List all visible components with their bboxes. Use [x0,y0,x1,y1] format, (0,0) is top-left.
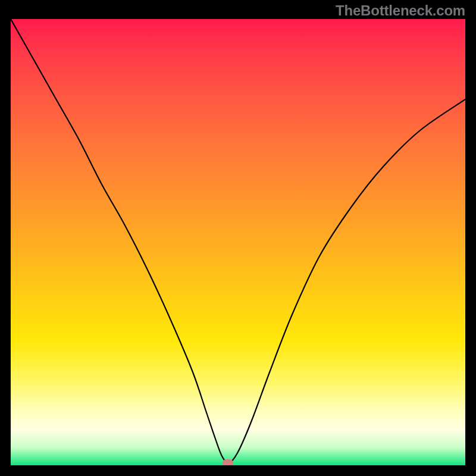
plot-area [11,19,465,465]
curve-svg [11,19,465,465]
watermark-text: TheBottleneck.com [336,2,465,19]
bottleneck-curve [11,19,465,463]
chart-container: TheBottleneck.com [0,0,476,476]
minimum-marker [223,459,233,465]
